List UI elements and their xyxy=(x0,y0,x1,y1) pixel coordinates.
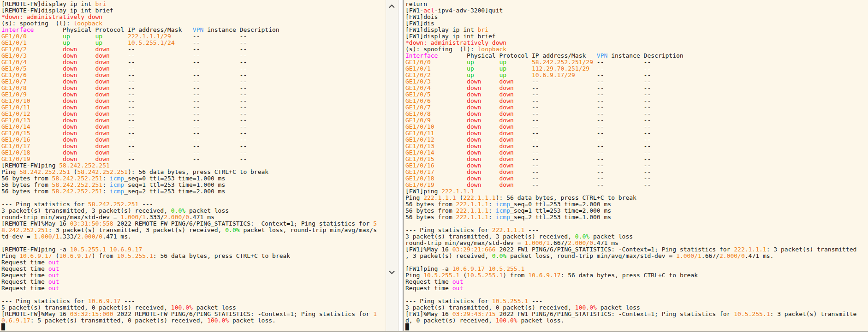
interface-table-row: GE1/0/14 down down -- -- -- xyxy=(1,124,386,130)
interface-table-row: GE1/0/6 down down -- -- -- xyxy=(1,72,386,78)
interface-table-row: GE1/0/3 down down -- -- -- xyxy=(1,53,386,59)
terminal-line: 56 bytes from 58.242.252.251: icmp_seq=1… xyxy=(1,182,386,188)
interface-table-row: GE1/0/19 down down -- -- -- xyxy=(1,156,386,162)
terminal-line: round-trip min/avg/max/std-dev = 1.000/1… xyxy=(405,240,868,246)
interface-table-row: GE1/0/11 down down -- -- -- xyxy=(405,130,868,137)
interface-table-row: GE1/0/16 down down -- -- -- xyxy=(405,162,868,169)
scroll-up-button[interactable] xyxy=(387,1,397,11)
interface-table-row: GE1/0/17 down down -- -- -- xyxy=(1,143,386,149)
interface-table-row: GE1/0/19 down down -- -- -- xyxy=(405,182,868,188)
terminal-line: *down: administratively down xyxy=(1,14,386,20)
terminal-line: [FW1]%May 16 03:29:21:666 2022 FW1 PING/… xyxy=(405,246,868,253)
terminal-line: [REMOTE-FW]ping -a 10.5.255.1 10.6.9.17 xyxy=(1,246,386,253)
terminal-line: return xyxy=(405,1,868,7)
scroll-down-button[interactable] xyxy=(387,268,397,277)
terminal-line: 56 bytes from 222.1.1.1: icmp_seq=2 ttl=… xyxy=(405,214,868,221)
interface-table-row: GE1/0/4 down down -- -- -- xyxy=(405,85,868,91)
interface-table-row: GE1/0/9 down down -- -- -- xyxy=(405,117,868,124)
interface-table-row: GE1/0/9 down down -- -- -- xyxy=(1,91,386,98)
terminal-line: Ping 10.6.9.17 (10.6.9.17) from 10.5.255… xyxy=(1,253,386,259)
terminal-line: [FW1]ping 222.1.1.1 xyxy=(405,188,868,195)
terminal-line: , 3 packet(s) received, 0.0% packet loss… xyxy=(405,253,868,259)
terminal-line: 56 bytes from 58.242.252.251: icmp_seq=0… xyxy=(1,175,386,182)
terminal-line: 56 bytes from 58.242.252.251: icmp_seq=2… xyxy=(1,188,386,195)
terminal-line: [FW1]dois xyxy=(405,14,868,20)
left-terminal-remote-fw[interactable]: [REMOTE-FW]display ip int bri[REMOTE-FW]… xyxy=(0,0,386,331)
terminal-cursor-line: █ xyxy=(1,324,386,330)
interface-table-row: GE1/0/7 down down -- -- -- xyxy=(1,78,386,85)
terminal-line: --- Ping statistics for 58.242.252.251 -… xyxy=(1,201,386,208)
interface-table-row: GE1/0/4 down down -- -- -- xyxy=(1,59,386,66)
terminal-line: [FW1]%May 16 03:29:43:715 2022 FW1 PING/… xyxy=(405,311,868,317)
terminal-line xyxy=(405,259,868,266)
interface-table-row: GE1/0/2 down down -- -- -- xyxy=(1,46,386,53)
terminal-line xyxy=(1,240,386,246)
terminal-line: 0.6.9.17: 5 packet(s) transmitted, 0 pac… xyxy=(1,317,386,324)
interface-table-row: GE1/0/8 down down -- -- -- xyxy=(405,111,868,117)
terminal-line: [FW1]dis xyxy=(405,20,868,27)
terminal-line: [REMOTE-FW]ping 58.242.252.251 xyxy=(1,162,386,169)
terminal-line: 8.242.252.251: 3 packet(s) transmitted, … xyxy=(1,227,386,233)
interface-table-row: GE1/0/12 down down -- -- -- xyxy=(1,111,386,117)
terminal-line: Request time out xyxy=(405,279,868,285)
interface-table-row: GE1/0/12 down down -- -- -- xyxy=(405,137,868,143)
interface-table-row: GE1/0/10 down down -- -- -- xyxy=(1,98,386,104)
terminal-line: Request time out xyxy=(1,272,386,279)
terminal-line: 5 packet(s) transmitted, 0 packet(s) rec… xyxy=(1,304,386,311)
terminal-line: (s): spoofing (l): loopback xyxy=(1,20,386,27)
terminal-line: td-dev = 1.000/1.333/2.000/0.471 ms. xyxy=(1,233,386,240)
terminal-line: [FW1]display ip int brief xyxy=(405,33,868,40)
interface-table-row: GE1/0/0 up up 222.1.1.1/29 -- -- xyxy=(1,33,386,40)
terminal-line: 56 bytes from 222.1.1.1: icmp_seq=0 ttl=… xyxy=(405,201,868,208)
terminal-line: --- Ping statistics for 10.5.255.1 --- xyxy=(405,298,868,304)
terminal-line: 56 bytes from 222.1.1.1: icmp_seq=1 ttl=… xyxy=(405,208,868,214)
interface-table-row: GE1/0/11 down down -- -- -- xyxy=(1,104,386,111)
terminal-line xyxy=(405,221,868,227)
terminal-line: 3 packet(s) transmitted, 3 packet(s) rec… xyxy=(1,208,386,214)
terminal-line: [FW1]ping -a 10.6.9.17 10.5.255.1 xyxy=(405,266,868,272)
interface-table-row: GE1/0/6 down down -- -- -- xyxy=(405,98,868,104)
terminal-line xyxy=(1,195,386,201)
terminal-line: Ping 10.5.255.1 (10.5.255.1) from 10.6.9… xyxy=(405,272,868,279)
interface-table-row: GE1/0/15 down down -- -- -- xyxy=(1,130,386,137)
terminal-cursor-line: █ xyxy=(405,324,868,330)
terminal-line: Interface Physical Protocol IP address/M… xyxy=(1,27,386,33)
dual-terminal-screenshot: { "terminal": { "background": "#fdf7e9",… xyxy=(0,0,868,334)
terminal-line: Interface Physical Protocol IP address/M… xyxy=(405,53,868,59)
terminal-line: [REMOTE-FW]display ip int brief xyxy=(1,7,386,14)
terminal-line: (s): spoofing (l): loopback xyxy=(405,46,868,53)
interface-table-row: GE1/0/16 down down -- -- -- xyxy=(1,137,386,143)
terminal-line: 3 packet(s) transmitted, 3 packet(s) rec… xyxy=(405,233,868,240)
terminal-line: --- Ping statistics for 10.6.9.17 --- xyxy=(1,298,386,304)
terminal-line: --- Ping statistics for 222.1.1.1 --- xyxy=(405,227,868,233)
terminal-line xyxy=(405,292,868,298)
interface-table-row: GE1/0/13 down down -- -- -- xyxy=(1,117,386,124)
chevron-up-icon xyxy=(388,4,395,8)
chevron-down-icon xyxy=(388,270,395,274)
terminal-line: round-trip min/avg/max/std-dev = 1.000/1… xyxy=(1,214,386,221)
terminal-line: Request time out xyxy=(1,285,386,292)
terminal-line: [FW1]display ip int bri xyxy=(405,27,868,33)
interface-table-row: GE1/0/3 down down -- -- -- xyxy=(405,78,868,85)
interface-table-row: GE1/0/8 down down -- -- -- xyxy=(1,85,386,91)
interface-table-row: GE1/0/17 down down -- -- -- xyxy=(405,169,868,175)
terminal-line: [REMOTE-FW]display ip int bri xyxy=(1,1,386,7)
interface-table-row: GE1/0/1 up up 112.29.70.251/29 -- -- xyxy=(405,66,868,72)
terminal-line: *down: administratively down xyxy=(405,40,868,46)
terminal-line: [REMOTE-FW]%May 16 03:32:15:000 2022 REM… xyxy=(1,311,386,317)
terminal-line: Ping 222.1.1.1 (222.1.1.1): 56 data byte… xyxy=(405,195,868,201)
left-terminal-scrollbar[interactable] xyxy=(386,0,398,331)
terminal-line xyxy=(1,292,386,298)
terminal-line: d, 0 packet(s) received, 100.0% packet l… xyxy=(405,317,868,324)
interface-table-row: GE1/0/15 down down -- -- -- xyxy=(405,156,868,162)
right-terminal-fw1[interactable]: return[FW1-acl-ipv4-adv-3200]quit[FW1]do… xyxy=(403,0,868,331)
interface-table-row: GE1/0/5 down down -- -- -- xyxy=(405,91,868,98)
interface-table-row: GE1/0/5 down down -- -- -- xyxy=(1,66,386,72)
terminal-line: Request time out xyxy=(1,266,386,272)
terminal-line: 3 packet(s) transmitted, 0 packet(s) rec… xyxy=(405,304,868,311)
interface-table-row: GE1/0/2 up up 10.6.9.17/29 -- -- xyxy=(405,72,868,78)
interface-table-row: GE1/0/10 down down -- -- -- xyxy=(405,124,868,130)
terminal-line: [REMOTE-FW]%May 16 03:31:50:558 2022 REM… xyxy=(1,221,386,227)
interface-table-row: GE1/0/18 down down -- -- -- xyxy=(1,149,386,156)
interface-table-row: GE1/0/18 down down -- -- -- xyxy=(405,175,868,182)
